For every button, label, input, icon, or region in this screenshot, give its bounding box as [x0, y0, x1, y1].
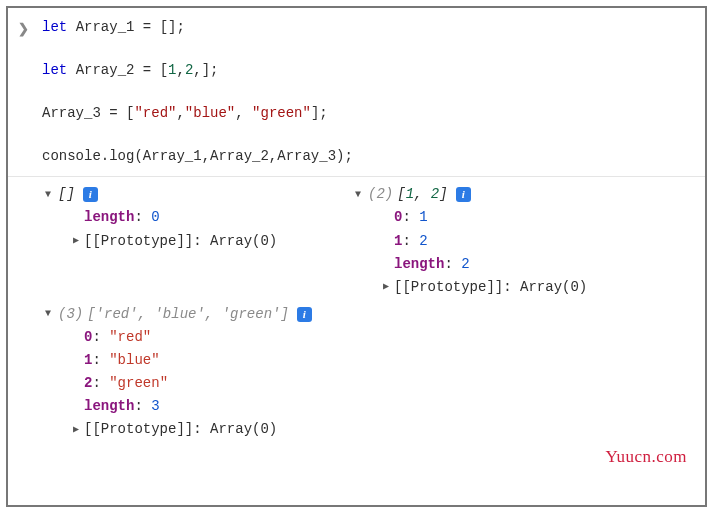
info-icon[interactable]: i: [297, 307, 312, 322]
chevron-right-icon[interactable]: ▶: [380, 279, 392, 296]
array-summary[interactable]: ['red', 'blue', 'green']: [87, 303, 289, 326]
property-row: length: 0: [84, 206, 352, 229]
prototype-row[interactable]: ▶ [[Prototype]]: Array(0): [42, 418, 695, 441]
console-input-row: ❯ let Array_1 = []; let Array_2 = [1,2,]…: [8, 16, 705, 176]
output-array-3: ▼ (3) ['red', 'blue', 'green'] i 0: "red…: [42, 303, 695, 442]
code-line: Array_3 = ["red","blue", "green"];: [42, 102, 695, 125]
property-row: 1: 2: [394, 230, 695, 253]
property-row: 1: "blue": [84, 349, 695, 372]
console-output: ▼ [] i length: 0 ▶ [[Prototype]]: Array(…: [8, 176, 705, 445]
code-line: let Array_1 = [];: [42, 16, 695, 39]
chevron-right-icon[interactable]: ▶: [70, 422, 82, 439]
output-array-2: ▼ (2) [1, 2] i 0: 1 1: 2 length: 2 ▶ [[P…: [352, 183, 695, 298]
property-row: length: 3: [84, 395, 695, 418]
prototype-row[interactable]: ▶ [[Prototype]]: Array(0): [352, 276, 695, 299]
info-icon[interactable]: i: [83, 187, 98, 202]
prompt-icon: ❯: [18, 16, 42, 176]
chevron-down-icon[interactable]: ▼: [352, 187, 364, 204]
watermark-text: Yuucn.com: [606, 443, 687, 471]
property-row: 2: "green": [84, 372, 695, 395]
console-frame: ❯ let Array_1 = []; let Array_2 = [1,2,]…: [6, 6, 707, 507]
info-icon[interactable]: i: [456, 187, 471, 202]
chevron-right-icon[interactable]: ▶: [70, 233, 82, 250]
property-row: 0: 1: [394, 206, 695, 229]
code-line: let Array_2 = [1,2,];: [42, 59, 695, 82]
console-panel: ❯ let Array_1 = []; let Array_2 = [1,2,]…: [8, 8, 705, 453]
code-block[interactable]: let Array_1 = []; let Array_2 = [1,2,]; …: [42, 16, 695, 176]
property-row: length: 2: [394, 253, 695, 276]
property-row: 0: "red": [84, 326, 695, 349]
chevron-down-icon[interactable]: ▼: [42, 306, 54, 323]
array-summary[interactable]: []: [58, 183, 75, 206]
prototype-row[interactable]: ▶ [[Prototype]]: Array(0): [42, 230, 352, 253]
chevron-down-icon[interactable]: ▼: [42, 187, 54, 204]
output-array-1: ▼ [] i length: 0 ▶ [[Prototype]]: Array(…: [42, 183, 352, 298]
code-line: console.log(Array_1,Array_2,Array_3);: [42, 145, 695, 168]
